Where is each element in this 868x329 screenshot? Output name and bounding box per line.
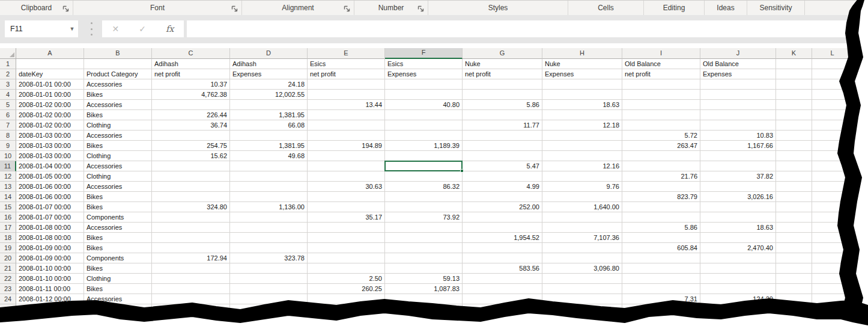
- cell-B14[interactable]: Bikes: [84, 192, 152, 202]
- col-header-I[interactable]: I: [622, 48, 700, 59]
- cell-A21[interactable]: 2008-01-10 00:00: [16, 263, 84, 274]
- cell-K15[interactable]: [776, 202, 812, 212]
- cell-E10[interactable]: [308, 151, 385, 161]
- cell-D3[interactable]: 24.18: [230, 79, 308, 90]
- cell-B11[interactable]: Accessories: [84, 161, 152, 171]
- cell-K18[interactable]: [776, 233, 812, 243]
- cell-C20[interactable]: 172.94: [152, 253, 230, 263]
- row-header-20[interactable]: 20: [0, 253, 16, 263]
- cell-C2[interactable]: net profit: [152, 69, 230, 79]
- col-header-L[interactable]: L: [812, 48, 853, 59]
- cell-I5[interactable]: [622, 100, 700, 110]
- cell-A11[interactable]: 2008-01-04 00:00: [16, 161, 84, 171]
- cell-J17[interactable]: 18.63: [700, 223, 776, 233]
- cell-D20[interactable]: 323.78: [230, 253, 308, 263]
- cell-H13[interactable]: 9.76: [542, 182, 622, 192]
- cell-A12[interactable]: 2008-01-05 00:00: [16, 171, 84, 182]
- row-header-11[interactable]: 11: [0, 161, 16, 171]
- cell-K21[interactable]: [776, 263, 812, 274]
- cell-H12[interactable]: [542, 171, 622, 182]
- cell-I20[interactable]: [622, 253, 700, 263]
- cell-D5[interactable]: [230, 100, 308, 110]
- cell-F8[interactable]: [385, 131, 463, 141]
- cell-K25[interactable]: [776, 304, 812, 315]
- cell-D15[interactable]: 1,136.00: [230, 202, 308, 212]
- cell-J4[interactable]: [700, 90, 776, 100]
- cell-L5[interactable]: [812, 100, 853, 110]
- row-header-5[interactable]: 5: [0, 100, 16, 110]
- cell-G4[interactable]: [463, 90, 542, 100]
- cell-H1[interactable]: Nuke: [542, 59, 622, 69]
- cell-K6[interactable]: [776, 110, 812, 120]
- cell-E18[interactable]: [308, 233, 385, 243]
- dialog-launcher-icon[interactable]: [344, 4, 351, 11]
- cell-B13[interactable]: Accessories: [84, 182, 152, 192]
- cell-L20[interactable]: [812, 253, 853, 263]
- cell-E16[interactable]: 35.17: [308, 212, 385, 223]
- cell-G13[interactable]: 4.99: [463, 182, 542, 192]
- cell-B21[interactable]: Bikes: [84, 263, 152, 274]
- cell-A5[interactable]: 2008-01-02 00:00: [16, 100, 84, 110]
- fill-handle[interactable]: [460, 169, 464, 173]
- cell-I2[interactable]: net profit: [622, 69, 700, 79]
- cell-L12[interactable]: [812, 171, 853, 182]
- cell-J19[interactable]: 2,470.40: [700, 243, 776, 253]
- cell-F21[interactable]: [385, 263, 463, 274]
- cell-H6[interactable]: [542, 110, 622, 120]
- cell-A6[interactable]: 2008-01-02 00:00: [16, 110, 84, 120]
- col-header-B[interactable]: B: [84, 48, 152, 59]
- row-header-25[interactable]: 25: [0, 304, 16, 315]
- row-header-19[interactable]: 19: [0, 243, 16, 253]
- cell-C7[interactable]: 36.74: [152, 120, 230, 131]
- col-header-H[interactable]: H: [542, 48, 622, 59]
- cell-H2[interactable]: Expenses: [542, 69, 622, 79]
- cell-C4[interactable]: 4,762.38: [152, 90, 230, 100]
- cell-K1[interactable]: [776, 59, 812, 69]
- col-header-E[interactable]: E: [308, 48, 385, 59]
- cell-F20[interactable]: [385, 253, 463, 263]
- cell-I18[interactable]: [622, 233, 700, 243]
- cell-H10[interactable]: [542, 151, 622, 161]
- dialog-launcher-icon[interactable]: [417, 4, 425, 11]
- cell-L6[interactable]: [812, 110, 853, 120]
- cell-I15[interactable]: [622, 202, 700, 212]
- cell-G2[interactable]: net profit: [463, 69, 542, 79]
- cell-I1[interactable]: Old Balance: [622, 59, 700, 69]
- cell-I6[interactable]: [622, 110, 700, 120]
- cell-F25[interactable]: [385, 304, 463, 315]
- cell-K19[interactable]: [776, 243, 812, 253]
- row-header-8[interactable]: 8: [0, 131, 16, 141]
- cell-K2[interactable]: [776, 69, 812, 79]
- row-header-21[interactable]: 21: [0, 263, 16, 274]
- cell-I4[interactable]: [622, 90, 700, 100]
- cell-J25[interactable]: [700, 304, 776, 315]
- cell-F14[interactable]: [385, 192, 463, 202]
- cell-A8[interactable]: 2008-01-03 00:00: [16, 131, 84, 141]
- row-header-17[interactable]: 17: [0, 223, 16, 233]
- cell-B23[interactable]: Bikes: [84, 284, 152, 294]
- cell-K4[interactable]: [776, 90, 812, 100]
- cell-E11[interactable]: [308, 161, 385, 171]
- row-header-6[interactable]: 6: [0, 110, 16, 120]
- cell-A18[interactable]: 2008-01-08 00:00: [16, 233, 84, 243]
- cell-G1[interactable]: Nuke: [463, 59, 542, 69]
- cell-E13[interactable]: 30.63: [308, 182, 385, 192]
- cell-A17[interactable]: 2008-01-08 00:00: [16, 223, 84, 233]
- col-header-F[interactable]: F: [385, 48, 463, 59]
- cell-L3[interactable]: [812, 79, 853, 90]
- cell-H11[interactable]: 12.16: [542, 161, 622, 171]
- cell-I23[interactable]: [622, 284, 700, 294]
- cell-E23[interactable]: 260.25: [308, 284, 385, 294]
- cell-J21[interactable]: [700, 263, 776, 274]
- name-box-value[interactable]: F11: [5, 25, 66, 33]
- cell-I21[interactable]: [622, 263, 700, 274]
- cell-E5[interactable]: 13.44: [308, 100, 385, 110]
- cell-K3[interactable]: [776, 79, 812, 90]
- cell-D18[interactable]: [230, 233, 308, 243]
- cell-G17[interactable]: [463, 223, 542, 233]
- cell-J24[interactable]: 124.20: [700, 294, 776, 304]
- cell-L22[interactable]: [812, 274, 853, 284]
- cell-G3[interactable]: [463, 79, 542, 90]
- select-all-corner[interactable]: [0, 48, 16, 59]
- cell-J9[interactable]: 1,167.66: [700, 141, 776, 151]
